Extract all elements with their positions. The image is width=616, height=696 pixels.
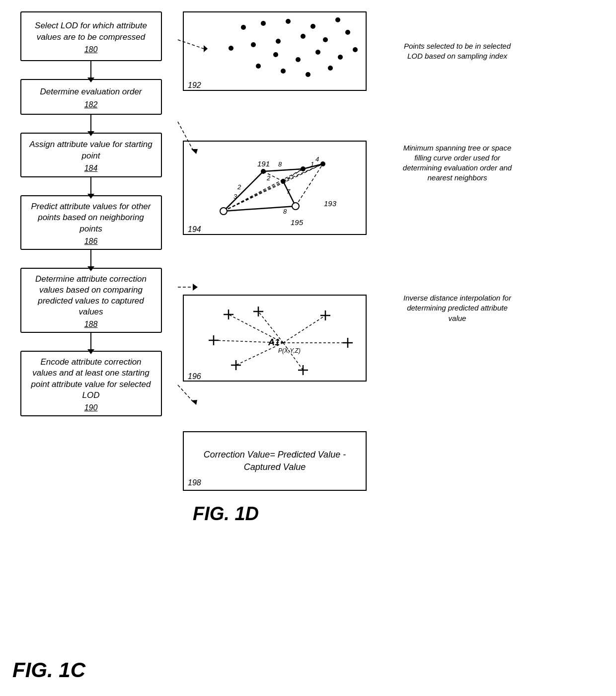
box-190-text: Encode attribute correction values and a… — [28, 357, 154, 400]
box-186-text: Predict attribute values for other point… — [28, 201, 154, 234]
box-184-text: Assign attribute value for starting poin… — [28, 139, 154, 161]
svg-point-42 — [281, 179, 286, 184]
box-188-ref: 188 — [84, 320, 98, 329]
svg-line-23 — [224, 169, 303, 211]
svg-point-11 — [273, 52, 278, 57]
svg-point-1 — [261, 21, 266, 26]
svg-line-71 — [283, 315, 325, 343]
box-184-ref: 184 — [84, 164, 98, 173]
box-180-text: Select LOD for which attribute values ar… — [28, 20, 154, 42]
svg-point-16 — [256, 64, 261, 69]
svg-point-17 — [281, 69, 286, 74]
svg-point-9 — [251, 42, 256, 47]
flow-box-180: Select LOD for which attribute values ar… — [20, 11, 162, 61]
diagram-194-svg: 2 3 8 7 8 1 4 191 193 194 195 — [184, 142, 368, 236]
svg-point-37 — [220, 208, 227, 215]
svg-point-40 — [301, 166, 306, 171]
svg-text:7: 7 — [287, 188, 291, 195]
box-180-ref: 180 — [84, 45, 98, 54]
svg-text:1: 1 — [310, 160, 314, 168]
arrow-184-186 — [90, 177, 91, 194]
svg-text:2: 2 — [237, 183, 241, 191]
svg-line-32 — [224, 171, 263, 211]
box-188-text: Determine attribute correction values ba… — [28, 274, 154, 317]
svg-text:194: 194 — [188, 225, 201, 233]
svg-line-33 — [263, 169, 303, 171]
diagram-198: Correction Value= Predicted Value - Capt… — [183, 431, 367, 491]
flow-box-182: Determine evaluation order 182 — [20, 79, 162, 115]
svg-point-39 — [320, 161, 325, 166]
diagram-194: 2 3 8 7 8 1 4 191 193 194 195 — [183, 141, 367, 235]
svg-point-3 — [310, 24, 315, 29]
svg-text:4: 4 — [315, 155, 319, 163]
box-190-ref: 190 — [84, 403, 98, 412]
svg-point-8 — [276, 39, 281, 44]
svg-point-5 — [345, 30, 350, 35]
svg-text:A1: A1 — [268, 337, 280, 347]
annotation-3: Inverse distance interpolation for deter… — [399, 235, 516, 382]
svg-point-38 — [292, 203, 299, 210]
svg-point-14 — [338, 55, 343, 60]
svg-point-19 — [328, 66, 333, 71]
flow-box-188: Determine attribute correction values ba… — [20, 268, 162, 333]
flowchart-column: Select LOD for which attribute values ar… — [4, 9, 178, 525]
diagrams-column: 192 — [178, 9, 391, 525]
annotations-column: Points selected to be in selected LOD ba… — [391, 9, 516, 525]
flow-box-190: Encode attribute correction values and a… — [20, 351, 162, 416]
annotation-2-text: Minimum spanning tree or space filling c… — [399, 143, 516, 183]
svg-point-15 — [353, 47, 358, 52]
svg-text:196: 196 — [188, 372, 201, 381]
annotation-1: Points selected to be in selected LOD ba… — [399, 11, 516, 91]
diagram-198-label: 198 — [188, 478, 201, 487]
svg-point-0 — [241, 25, 246, 30]
svg-text:3: 3 — [233, 193, 237, 200]
svg-text:195: 195 — [291, 218, 304, 227]
svg-text:2: 2 — [266, 174, 271, 182]
svg-text:192: 192 — [188, 81, 201, 89]
svg-point-2 — [286, 19, 291, 24]
svg-point-4 — [335, 17, 340, 22]
diagram-198-text: Correction Value= Predicted Value - Capt… — [204, 450, 346, 472]
annotation-3-text: Inverse distance interpolation for deter… — [399, 293, 516, 323]
arrow-182-184 — [90, 115, 91, 132]
flow-box-184: Assign attribute value for starting poin… — [20, 133, 162, 177]
svg-point-10 — [229, 46, 233, 51]
svg-line-25 — [263, 171, 283, 181]
fig-1c-label: FIG. 1C — [12, 658, 85, 682]
svg-point-7 — [301, 34, 306, 39]
svg-point-18 — [306, 72, 310, 77]
svg-text:P(X,Y,Z): P(X,Y,Z) — [278, 347, 301, 354]
box-182-text: Determine evaluation order — [40, 86, 142, 97]
svg-text:193: 193 — [324, 199, 337, 208]
diagram-196-svg: A1 P(X,Y,Z) 196 — [184, 296, 368, 383]
fig-1d-label: FIG. 1D — [193, 503, 391, 525]
svg-text:8: 8 — [278, 160, 282, 168]
svg-text:191: 191 — [257, 159, 270, 168]
svg-point-12 — [296, 57, 301, 62]
diagram-196: A1 P(X,Y,Z) 196 — [183, 295, 367, 382]
box-182-ref: 182 — [84, 100, 98, 109]
diagram-192: 192 — [183, 11, 367, 91]
annotation-1-text: Points selected to be in selected LOD ba… — [399, 41, 516, 62]
annotation-2: Minimum spanning tree or space filling c… — [399, 91, 516, 235]
svg-point-13 — [315, 50, 320, 55]
diagram-192-svg: 192 — [184, 12, 368, 92]
svg-text:8: 8 — [283, 208, 287, 215]
svg-point-6 — [323, 37, 328, 42]
arrow-186-188 — [90, 250, 91, 267]
arrow-188-190 — [90, 333, 91, 350]
svg-point-41 — [261, 169, 266, 174]
arrow-180-182 — [90, 61, 91, 78]
box-186-ref: 186 — [84, 237, 98, 246]
flow-box-186: Predict attribute values for other point… — [20, 195, 162, 250]
